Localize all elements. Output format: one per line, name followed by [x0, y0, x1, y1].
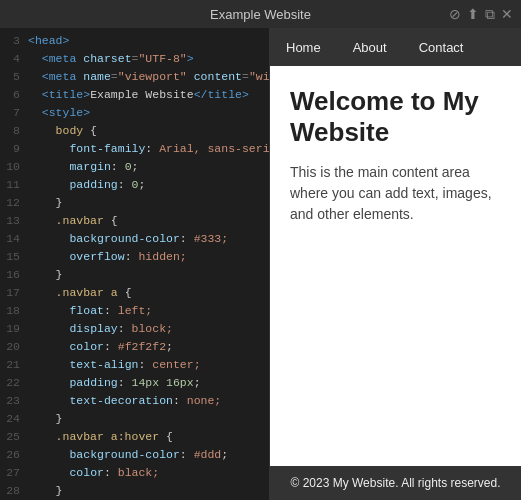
- line-content: margin: 0;: [28, 158, 269, 176]
- line-number: 7: [0, 104, 28, 122]
- code-line: 6 <title>Example Website</title>: [0, 86, 269, 104]
- line-number: 22: [0, 374, 28, 392]
- line-number: 17: [0, 284, 28, 302]
- code-content: 3<head>4 <meta charset="UTF-8">5 <meta n…: [0, 28, 269, 500]
- line-content: <style>: [28, 104, 269, 122]
- line-number: 16: [0, 266, 28, 284]
- line-number: 28: [0, 482, 28, 500]
- preview-panel: HomeAboutContact Welcome to My Website T…: [270, 28, 521, 500]
- line-content: <title>Example Website</title>: [28, 86, 269, 104]
- preview-body-text: This is the main content area where you …: [290, 162, 501, 225]
- preview-nav-item-home[interactable]: Home: [270, 28, 337, 66]
- code-line: 4 <meta charset="UTF-8">: [0, 50, 269, 68]
- code-line: 24 }: [0, 410, 269, 428]
- line-content: }: [28, 194, 269, 212]
- line-content: body {: [28, 122, 269, 140]
- code-line: 3<head>: [0, 32, 269, 50]
- preview-footer: © 2023 My Website. All rights reserved.: [270, 466, 521, 500]
- line-content: .navbar {: [28, 212, 269, 230]
- code-line: 27 color: black;: [0, 464, 269, 482]
- line-content: .navbar a:hover {: [28, 428, 269, 446]
- line-number: 10: [0, 158, 28, 176]
- title-bar: Example Website ⊘ ⬆ ⧉ ✕: [0, 0, 521, 28]
- code-line: 8 body {: [0, 122, 269, 140]
- line-number: 24: [0, 410, 28, 428]
- line-number: 14: [0, 230, 28, 248]
- code-line: 23 text-decoration: none;: [0, 392, 269, 410]
- code-line: 12 }: [0, 194, 269, 212]
- code-line: 25 .navbar a:hover {: [0, 428, 269, 446]
- line-content: <head>: [28, 32, 269, 50]
- window-title: Example Website: [210, 7, 311, 22]
- code-line: 13 .navbar {: [0, 212, 269, 230]
- close-icon[interactable]: ✕: [501, 6, 513, 22]
- line-content: background-color: #333;: [28, 230, 269, 248]
- code-panel: 3<head>4 <meta charset="UTF-8">5 <meta n…: [0, 28, 270, 500]
- code-line: 7 <style>: [0, 104, 269, 122]
- code-line: 28 }: [0, 482, 269, 500]
- line-content: }: [28, 410, 269, 428]
- line-number: 12: [0, 194, 28, 212]
- code-line: 17 .navbar a {: [0, 284, 269, 302]
- line-number: 19: [0, 320, 28, 338]
- code-line: 10 margin: 0;: [0, 158, 269, 176]
- line-number: 18: [0, 302, 28, 320]
- line-content: .navbar a {: [28, 284, 269, 302]
- code-line: 22 padding: 14px 16px;: [0, 374, 269, 392]
- line-number: 25: [0, 428, 28, 446]
- line-content: font-family: Arial, sans-serif;: [28, 140, 270, 158]
- line-content: float: left;: [28, 302, 269, 320]
- code-line: 5 <meta name="viewport" content="width=d…: [0, 68, 269, 86]
- code-line: 15 overflow: hidden;: [0, 248, 269, 266]
- preview-nav-item-about[interactable]: About: [337, 28, 403, 66]
- main-layout: 3<head>4 <meta charset="UTF-8">5 <meta n…: [0, 28, 521, 500]
- expand-icon[interactable]: ⧉: [485, 6, 495, 23]
- line-content: }: [28, 482, 269, 500]
- code-line: 9 font-family: Arial, sans-serif;: [0, 140, 269, 158]
- preview-navbar: HomeAboutContact: [270, 28, 521, 66]
- line-number: 11: [0, 176, 28, 194]
- line-number: 27: [0, 464, 28, 482]
- line-number: 13: [0, 212, 28, 230]
- line-number: 20: [0, 338, 28, 356]
- line-number: 9: [0, 140, 28, 158]
- line-number: 4: [0, 50, 28, 68]
- code-line: 26 background-color: #ddd;: [0, 446, 269, 464]
- line-content: background-color: #ddd;: [28, 446, 269, 464]
- line-number: 5: [0, 68, 28, 86]
- line-number: 15: [0, 248, 28, 266]
- line-number: 6: [0, 86, 28, 104]
- footer-text: © 2023 My Website. All rights reserved.: [290, 476, 500, 490]
- line-content: <meta name="viewport" content="width=dev…: [28, 68, 270, 86]
- window-controls: ⊘ ⬆ ⧉ ✕: [449, 6, 513, 23]
- line-number: 8: [0, 122, 28, 140]
- preview-heading: Welcome to My Website: [290, 86, 501, 148]
- code-line: 19 display: block;: [0, 320, 269, 338]
- line-content: padding: 14px 16px;: [28, 374, 269, 392]
- preview-content: Welcome to My Website This is the main c…: [270, 66, 521, 466]
- code-line: 20 color: #f2f2f2;: [0, 338, 269, 356]
- line-content: text-decoration: none;: [28, 392, 269, 410]
- code-line: 21 text-align: center;: [0, 356, 269, 374]
- code-line: 16 }: [0, 266, 269, 284]
- eye-off-icon[interactable]: ⊘: [449, 6, 461, 22]
- code-line: 11 padding: 0;: [0, 176, 269, 194]
- share-icon[interactable]: ⬆: [467, 6, 479, 22]
- line-number: 23: [0, 392, 28, 410]
- line-content: color: black;: [28, 464, 269, 482]
- code-line: 18 float: left;: [0, 302, 269, 320]
- line-content: overflow: hidden;: [28, 248, 269, 266]
- line-content: display: block;: [28, 320, 269, 338]
- line-number: 21: [0, 356, 28, 374]
- code-line: 14 background-color: #333;: [0, 230, 269, 248]
- line-number: 26: [0, 446, 28, 464]
- line-content: color: #f2f2f2;: [28, 338, 269, 356]
- line-content: }: [28, 266, 269, 284]
- line-content: text-align: center;: [28, 356, 269, 374]
- line-number: 3: [0, 32, 28, 50]
- line-content: padding: 0;: [28, 176, 269, 194]
- line-content: <meta charset="UTF-8">: [28, 50, 269, 68]
- preview-nav-item-contact[interactable]: Contact: [403, 28, 480, 66]
